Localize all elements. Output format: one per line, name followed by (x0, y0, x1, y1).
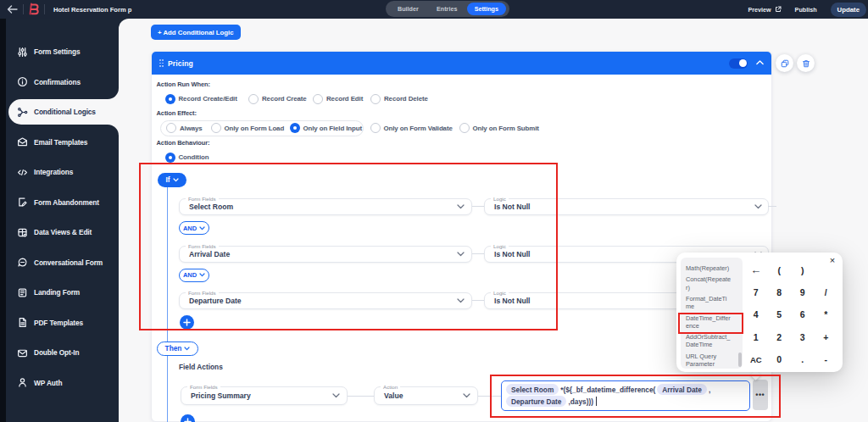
logic-card-header[interactable]: Pricing (152, 52, 771, 75)
chevron-down-icon (332, 393, 340, 398)
action-field-select[interactable]: Form Fields Pricing Summary (181, 386, 348, 405)
select-value: Value (384, 387, 403, 404)
key-7[interactable]: 7 (744, 281, 768, 303)
sidebar-item-wp-auth[interactable]: WP Auth (6, 370, 119, 396)
scrollbar-thumb[interactable] (738, 353, 742, 367)
radio-always[interactable]: Always (166, 123, 203, 133)
radio-record-delete[interactable]: Record Delete (370, 94, 428, 104)
function-item-addorsubtract-datetime[interactable]: AddOrSubtract_ DateTime (686, 333, 743, 348)
key-multiply[interactable]: * (815, 303, 838, 325)
function-item-url-query-parameter[interactable]: URL Query Parameter (686, 353, 743, 368)
topbar-divider (44, 4, 45, 14)
key-1[interactable]: 1 (744, 326, 768, 348)
action-behaviour-label: Action Behaviour: (157, 139, 210, 147)
radio-icon (211, 123, 221, 133)
trash-icon (802, 59, 810, 68)
external-link-icon (775, 6, 782, 13)
add-conditional-logic-button[interactable]: + Add Conditional Logic (151, 25, 241, 40)
radio-only-field-input[interactable]: Only on Field Input (290, 123, 363, 133)
radio-icon (165, 94, 175, 104)
sidebar-item-data-views[interactable]: Data Views & Edit (6, 219, 119, 245)
key-5[interactable]: 5 (768, 303, 792, 325)
sidebar-item-pdf-templates[interactable]: PDF Templates (6, 310, 119, 336)
connector-line (768, 206, 776, 207)
function-item-concat-repeater[interactable]: Concat(Repeate r) (686, 275, 743, 291)
field-actions-title: Field Actions (179, 363, 223, 371)
sidebar-item-label: Confirmations (34, 78, 81, 86)
wp-admin-strip (0, 19, 6, 422)
radio-label: Record Delete (384, 95, 428, 103)
radio-record-create[interactable]: Record Create (248, 94, 307, 104)
key-backspace[interactable]: ← (744, 259, 768, 281)
duplicate-logic-button[interactable] (776, 54, 793, 72)
sidebar-item-label: PDF Templates (34, 319, 83, 327)
key-4[interactable]: 4 (744, 303, 768, 325)
sidebar-item-label: Data Views & Edit (34, 228, 92, 236)
action-type-select[interactable]: Action Value (374, 386, 478, 405)
key-9[interactable]: 9 (791, 281, 815, 303)
key-2[interactable]: 2 (768, 326, 792, 348)
topbar: Hotel Reservation Form p Builder Entries… (0, 0, 868, 19)
key-6[interactable]: 6 (791, 303, 815, 325)
radio-label: Record Create/Edit (179, 95, 237, 103)
tab-builder[interactable]: Builder (389, 3, 427, 15)
branch-icon (17, 107, 28, 118)
radio-record-create-edit[interactable]: Record Create/Edit (165, 94, 237, 104)
mail-open-icon (17, 347, 28, 358)
collapse-chevron-icon[interactable] (754, 57, 765, 69)
key-plus[interactable]: + (815, 326, 838, 348)
radio-only-form-load[interactable]: Only on Form Load (211, 123, 285, 133)
topbar-divider (23, 4, 24, 14)
key-0[interactable]: 0 (768, 348, 792, 370)
radio-label: Only on Field Input (303, 125, 363, 132)
radio-icon (290, 123, 300, 133)
tab-settings[interactable]: Settings (467, 3, 506, 16)
key-open-paren[interactable]: ( (768, 259, 792, 281)
drag-handle-icon[interactable] (159, 58, 164, 68)
select-value: Pricing Summary (191, 387, 251, 404)
sidebar-item-conditional-logics[interactable]: Conditional Logics (6, 99, 119, 125)
update-button[interactable]: Update (831, 3, 866, 17)
delete-logic-button[interactable] (797, 54, 815, 72)
sidebar-item-email-templates[interactable]: Email Templates (6, 130, 119, 155)
function-item-format-datetime[interactable]: Format_DateTi me (686, 295, 743, 310)
radio-only-form-submit[interactable]: Only on Form Submit (459, 123, 539, 133)
preview-button[interactable]: Preview (748, 6, 781, 14)
popup-close-button[interactable]: × (826, 254, 838, 266)
user-icon (17, 377, 28, 388)
radio-record-edit[interactable]: Record Edit (313, 94, 363, 104)
sidebar-item-form-settings[interactable]: Form Settings (6, 39, 119, 64)
key-close-paren[interactable]: ) (791, 259, 815, 281)
chat-icon (17, 257, 28, 268)
key-3[interactable]: 3 (791, 326, 815, 348)
then-pill[interactable]: Then (157, 341, 198, 356)
key-8[interactable]: 8 (768, 281, 792, 303)
back-arrow-icon[interactable] (5, 0, 19, 19)
sidebar-item-conversational-form[interactable]: Conversational Form (6, 250, 119, 275)
sidebar-item-landing-form[interactable]: Landing Form (6, 280, 119, 305)
sidebar-item-form-abandonment[interactable]: Form Abandonment (6, 190, 119, 215)
file-icon (17, 317, 28, 328)
key-clear[interactable]: AC (744, 348, 768, 370)
sidebar-item-label: Form Abandonment (34, 198, 99, 207)
sidebar-item-integrations[interactable]: Integrations (6, 159, 119, 185)
key-minus[interactable]: - (815, 348, 838, 370)
function-item-math-repeater[interactable]: Math(Repeater) (686, 264, 743, 272)
calculator-keys: ← ( ) 7 8 9 / 4 5 6 * 1 2 3 + AC (744, 259, 837, 371)
sidebar-item-label: Conversational Form (34, 258, 103, 267)
enable-toggle[interactable] (729, 58, 748, 69)
code-icon (17, 167, 28, 178)
sidebar-item-double-opt-in[interactable]: Double Opt-In (6, 340, 119, 365)
radio-label: Only on Form Validate (384, 125, 453, 132)
key-divide[interactable]: / (815, 281, 838, 303)
toggle-knob (739, 59, 747, 67)
sidebar: Form Settings Confirmations Conditional … (6, 19, 119, 422)
sidebar-item-label: Double Opt-In (34, 348, 80, 357)
tab-entries[interactable]: Entries (428, 3, 465, 15)
radio-condition[interactable]: Condition (165, 153, 209, 163)
key-dot[interactable]: . (791, 348, 815, 370)
sidebar-item-confirmations[interactable]: Confirmations (6, 69, 119, 95)
radio-only-form-validate[interactable]: Only on Form Validate (370, 123, 453, 133)
info-icon (17, 76, 28, 87)
publish-button[interactable]: Publish (795, 6, 817, 14)
